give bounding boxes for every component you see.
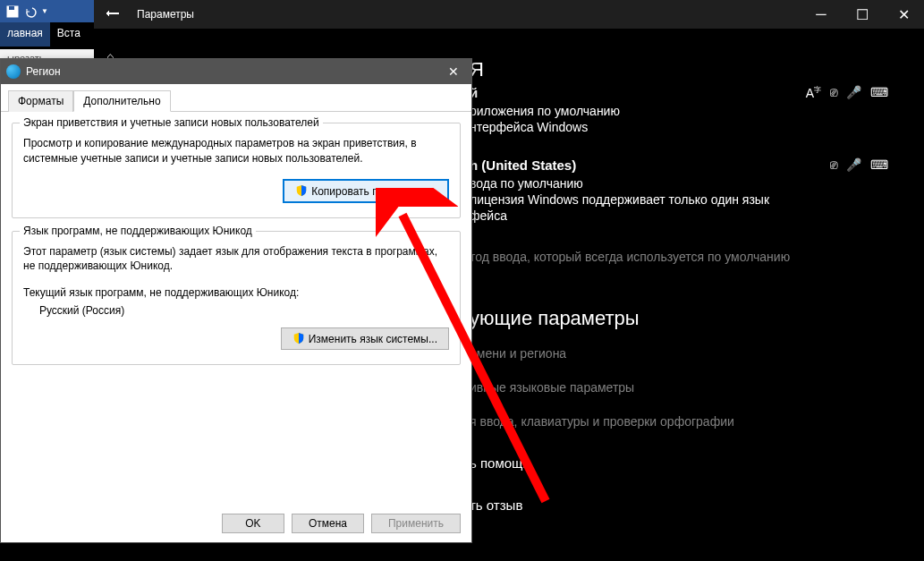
save-icon[interactable] [5, 4, 20, 19]
lang2-line3: фейса [470, 208, 888, 223]
region-titlebar: Регион ✕ [1, 59, 471, 84]
region-close-button[interactable]: ✕ [441, 64, 466, 79]
region-dialog: Регион ✕ Форматы Дополнительно Экран при… [0, 58, 472, 543]
shield-icon [295, 184, 308, 197]
display-icon: ⎚ [830, 85, 837, 100]
related-heading: ующие параметры [470, 307, 888, 330]
display-icon: ⎚ [830, 157, 837, 172]
tab-insert[interactable]: Вста [50, 22, 88, 47]
lang2-icons: ⎚ 🎤 ⌨ [830, 157, 888, 172]
give-feedback[interactable]: ть отзыв [470, 497, 888, 513]
lang2-name[interactable]: h (United States) [470, 157, 888, 173]
lang2-line1: вода по умолчанию [470, 176, 888, 191]
back-button[interactable]: 🠔 [94, 0, 131, 29]
settings-title: Параметры [131, 8, 194, 21]
dropdown-icon[interactable]: ▼ [41, 7, 48, 15]
apply-button[interactable]: Применить [371, 514, 461, 533]
group2-text: Этот параметр (язык системы) задает язык… [23, 244, 449, 275]
current-lang-value: Русский (Россия) [39, 304, 449, 317]
tab-advanced[interactable]: Дополнительно [73, 90, 170, 112]
dialog-body: Экран приветствия и учетные записи новых… [1, 112, 471, 388]
ok-button[interactable]: OK [222, 514, 284, 533]
svg-rect-1 [9, 6, 14, 10]
unicode-group: Язык программ, не поддерживающих Юникод … [12, 231, 461, 366]
undo-icon[interactable] [23, 4, 38, 19]
copy-settings-button[interactable]: Копировать параметры... [283, 179, 449, 203]
text-size-icon: A字 [806, 85, 821, 100]
tab-home[interactable]: лавная [0, 22, 50, 47]
lang1-line1: риложения по умолчанию [470, 104, 888, 118]
speech-icon: 🎤 [846, 85, 861, 100]
get-help[interactable]: ь помощь [470, 455, 888, 471]
change-locale-label: Изменить язык системы... [309, 333, 437, 345]
keyboard-icon: ⌨ [870, 85, 888, 100]
group1-text: Просмотр и копирование международных пар… [23, 136, 449, 166]
lang2-line2: лицензия Windows поддерживает только оди… [470, 192, 888, 207]
region-title: Регион [26, 65, 61, 78]
cancel-button[interactable]: Отмена [292, 514, 364, 533]
office-tabs: лавная Вста [0, 22, 98, 47]
shield-icon [292, 332, 305, 344]
lang1-icons: A字 ⎚ 🎤 ⌨ [806, 85, 888, 100]
change-system-locale-button[interactable]: Изменить язык системы... [281, 327, 449, 350]
keyboard-icon: ⌨ [870, 157, 888, 172]
related-link-typing[interactable]: я ввода, клавиатуры и проверки орфографи… [470, 414, 888, 429]
dialog-buttons: OK Отмена Применить [222, 514, 461, 533]
input-method-note[interactable]: тод ввода, который всегда используется п… [470, 250, 888, 264]
speech-icon: 🎤 [846, 157, 861, 172]
close-button[interactable]: ✕ [883, 0, 924, 29]
group2-title: Язык программ, не поддерживающих Юникод [20, 225, 256, 237]
current-lang-label: Текущий язык программ, не поддерживающих… [23, 286, 449, 299]
minimize-button[interactable]: ─ [801, 0, 842, 29]
related-link-datetime[interactable]: емени и региона [470, 346, 888, 361]
office-quick-access: ▼ [0, 0, 98, 22]
group1-title: Экран приветствия и учетные записи новых… [20, 116, 323, 129]
lang1-line2: нтерфейса Windows [470, 120, 888, 134]
copy-settings-label: Копировать параметры... [311, 185, 437, 198]
settings-content: Я A字 ⎚ 🎤 ⌨ й риложения по умолчанию нтер… [470, 49, 888, 527]
globe-icon [6, 64, 21, 79]
related-link-admin-lang[interactable]: ивные языковые параметры [470, 380, 888, 395]
tab-formats[interactable]: Форматы [8, 90, 73, 112]
settings-titlebar: 🠔 Параметры ─ ☐ ✕ [94, 0, 924, 29]
maximize-button[interactable]: ☐ [842, 0, 883, 29]
region-tabs: Форматы Дополнительно [1, 84, 471, 112]
welcome-screen-group: Экран приветствия и учетные записи новых… [12, 123, 461, 218]
